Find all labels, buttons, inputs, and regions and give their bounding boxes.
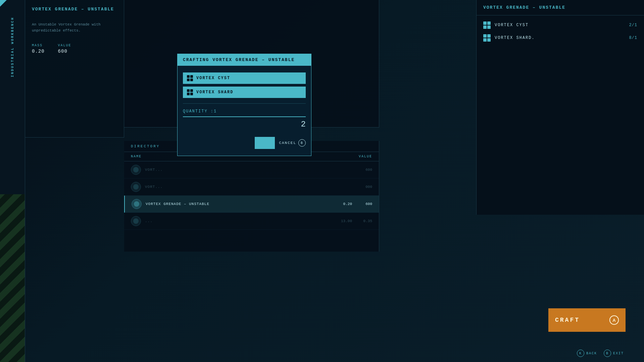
row-icon xyxy=(132,199,142,209)
stats-row: MASS 0.20 VALUE 600 xyxy=(32,44,117,54)
corner-decoration xyxy=(0,0,7,7)
ingredient-icon-2 xyxy=(483,34,491,42)
row-value: 000 xyxy=(352,185,372,189)
modal-ingredient-name-2: VORTEX SHARD xyxy=(196,90,233,95)
mass-stat: MASS 0.20 xyxy=(32,44,45,54)
exit-label: EXIT xyxy=(613,352,624,355)
value-value: 600 xyxy=(58,49,71,54)
row-mass: 0.20 xyxy=(332,202,352,206)
back-key: K xyxy=(577,350,584,357)
icon-cell xyxy=(483,38,487,42)
icon-cell xyxy=(483,25,487,29)
modal-ingredient-1: VORTEX CYST xyxy=(183,72,306,84)
item-title: VORTEX GRENADE – UNSTABLE xyxy=(32,7,117,12)
row-icon xyxy=(131,165,141,175)
ingredient-icon-1 xyxy=(483,21,491,29)
row-icon xyxy=(131,216,141,226)
left-info-panel: VORTEX GRENADE – UNSTABLE An Unstable Vo… xyxy=(25,0,124,138)
modal-icon-1 xyxy=(187,75,193,81)
modal-ingredient-2: VORTEX SHARD xyxy=(183,87,306,98)
left-sidebar: INDUSTRIAL WORKBENCH xyxy=(0,0,25,362)
icon-cell xyxy=(483,21,487,25)
back-label: BACK xyxy=(586,352,597,355)
icon-cell xyxy=(487,21,491,25)
ingredient-count-1: 2/1 xyxy=(629,23,637,28)
table-row[interactable]: VORT... 000 xyxy=(124,178,379,196)
directory-panel: DIRECTORY NAME VALUE VORT... 600 VORT...… xyxy=(124,141,379,252)
confirm-button[interactable] xyxy=(255,137,275,149)
modal-ingredient-name-1: VORTEX CYST xyxy=(196,76,230,81)
modal-icon-2 xyxy=(187,89,193,95)
table-row-selected[interactable]: VORTEX GRENADE – UNSTABLE 0.20 600 xyxy=(124,196,379,213)
sidebar-label: INDUSTRIAL WORKBENCH xyxy=(0,17,25,77)
row-name: ... xyxy=(145,219,332,223)
bottom-hints: K BACK B EXIT xyxy=(577,350,624,357)
icon-cell xyxy=(487,25,491,29)
crafting-modal: CRAFTING VORTEX GRENADE – UNSTABLE VORTE… xyxy=(177,54,311,156)
hint-exit: B EXIT xyxy=(604,350,624,357)
row-name: VORT... xyxy=(145,185,332,189)
right-header: VORTEX GRENADE – UNSTABLE xyxy=(477,0,644,15)
value-stat: VALUE 600 xyxy=(58,44,71,54)
cancel-button[interactable]: CANCEL B xyxy=(279,139,306,147)
modal-title: CRAFTING VORTEX GRENADE – UNSTABLE xyxy=(183,57,306,62)
row-value: 600 xyxy=(352,168,372,172)
row-name: VORT... xyxy=(145,168,332,172)
ingredient-name-1: VORTEX CYST xyxy=(495,23,625,28)
icon-cell xyxy=(483,34,487,38)
modal-divider xyxy=(183,103,306,104)
cancel-key: B xyxy=(298,139,306,147)
ingredient-row-2: VORTEX SHARD. 8/1 xyxy=(477,32,644,44)
modal-header: CRAFTING VORTEX GRENADE – UNSTABLE xyxy=(178,54,311,66)
ingredient-count-2: 8/1 xyxy=(629,36,637,40)
row-name: VORTEX GRENADE – UNSTABLE xyxy=(146,202,332,206)
hint-back: K BACK xyxy=(577,350,597,357)
right-title: VORTEX GRENADE – UNSTABLE xyxy=(483,5,637,10)
quantity-label: QUANTITY :1 xyxy=(183,109,306,114)
row-mass: 13.00 xyxy=(332,219,352,223)
hazard-stripes xyxy=(0,194,25,362)
craft-key: A xyxy=(609,315,619,325)
value-label: VALUE xyxy=(58,44,71,47)
row-value: 600 xyxy=(352,202,372,206)
row-value: 0.35 xyxy=(352,219,372,223)
right-panel: VORTEX GRENADE – UNSTABLE VORTEX CYST 2/… xyxy=(476,0,644,215)
modal-body: VORTEX CYST VORTEX SHARD QUANTITY :1 2 C… xyxy=(178,66,311,156)
mass-label: MASS xyxy=(32,44,45,47)
quantity-number: 2 xyxy=(183,120,306,129)
icon-cell xyxy=(487,38,491,42)
modal-buttons: CANCEL B xyxy=(183,134,306,149)
quantity-section: QUANTITY :1 2 xyxy=(183,109,306,134)
ingredients-list: VORTEX CYST 2/1 VORTEX SHARD. 8/1 xyxy=(477,15,644,48)
mass-value: 0.20 xyxy=(32,49,45,54)
table-row[interactable]: VORT... 600 xyxy=(124,161,379,178)
exit-key: B xyxy=(604,350,611,357)
table-row[interactable]: ... 13.00 0.35 xyxy=(124,213,379,230)
craft-label: CRAFT xyxy=(555,317,580,323)
item-description: An Unstable Vortex Grenade with unpredic… xyxy=(32,22,117,34)
cancel-label: CANCEL xyxy=(279,141,296,145)
craft-button[interactable]: CRAFT A xyxy=(548,308,626,332)
icon-cell xyxy=(487,34,491,38)
row-icon xyxy=(131,182,141,192)
ingredient-name-2: VORTEX SHARD. xyxy=(495,36,625,40)
col-value: VALUE xyxy=(345,155,372,158)
quantity-bar xyxy=(183,116,306,117)
ingredient-row-1: VORTEX CYST 2/1 xyxy=(477,19,644,32)
